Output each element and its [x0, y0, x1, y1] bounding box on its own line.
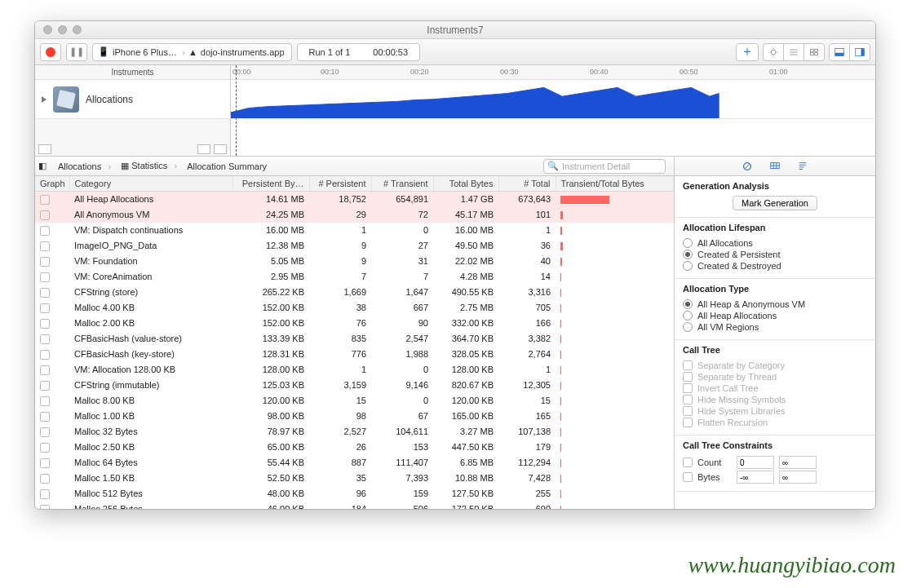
checkbox-icon[interactable]: [683, 458, 693, 467]
persistent-bytes-cell: 125.03 KB: [232, 378, 309, 393]
extended-detail-icon[interactable]: [796, 161, 809, 172]
column-header[interactable]: Total Bytes: [433, 176, 498, 192]
total-count-cell: 3,316: [498, 285, 556, 300]
graph-checkbox[interactable]: [40, 241, 50, 251]
persistent-bytes-cell: 133.39 KB: [232, 331, 309, 347]
disclosure-icon[interactable]: [42, 96, 46, 103]
display-settings-icon[interactable]: [768, 161, 781, 172]
column-header[interactable]: # Transient: [371, 176, 433, 192]
search-input[interactable]: 🔍 Instrument Detail: [543, 159, 666, 174]
run-info[interactable]: Run 1 of 1 00:00:53: [297, 43, 421, 61]
lifespan-radio[interactable]: All Allocations: [683, 237, 867, 249]
alloc-type-radio[interactable]: All Heap Allocations: [683, 310, 867, 321]
total-bytes-cell: 447.50 KB: [433, 440, 498, 455]
constraint-min-input[interactable]: [737, 471, 774, 484]
strategy-1-button[interactable]: [763, 43, 784, 61]
graph-checkbox[interactable]: [40, 427, 50, 437]
column-header[interactable]: # Total: [498, 176, 556, 192]
constraint-max-input[interactable]: [779, 471, 817, 484]
allocation-table[interactable]: GraphCategoryPersistent By…# Persistent#…: [35, 176, 675, 509]
column-header[interactable]: Persistent By…: [232, 176, 309, 192]
table-row[interactable]: Malloc 512 Bytes48.00 KB96159127.50 KB25…: [35, 486, 674, 502]
table-row[interactable]: CFString (store)265.22 KB1,6691,647490.5…: [35, 285, 674, 300]
table-row[interactable]: Malloc 64 Bytes55.44 KB887111,4076.85 MB…: [35, 455, 674, 471]
table-row[interactable]: CFString (immutable)125.03 KB3,1599,1468…: [35, 378, 674, 393]
table-row[interactable]: Malloc 1.00 KB98.00 KB9867165.00 KB165: [35, 409, 674, 424]
graph-checkbox[interactable]: [40, 303, 50, 313]
graph-checkbox[interactable]: [40, 474, 50, 484]
track-snap-icon[interactable]: [214, 144, 227, 154]
alloc-type-radio[interactable]: All Heap & Anonymous VM: [683, 298, 867, 310]
graph-checkbox[interactable]: [40, 319, 50, 329]
strategy-3-button[interactable]: [804, 43, 825, 61]
track-row-allocations[interactable]: Allocations: [35, 80, 230, 119]
table-row[interactable]: Malloc 1.50 KB52.50 KB357,39310.88 MB7,4…: [35, 471, 674, 486]
table-row[interactable]: Malloc 2.50 KB65.00 KB26153447.50 KB179: [35, 440, 674, 455]
graph-checkbox[interactable]: [40, 195, 50, 205]
graph-checkbox[interactable]: [40, 226, 50, 236]
graph-checkbox[interactable]: [40, 365, 50, 375]
table-row[interactable]: All Anonymous VM24.25 MB297245.17 MB101: [35, 207, 674, 223]
track-zoom-icon[interactable]: [38, 144, 51, 154]
total-bytes-cell: 22.02 MB: [433, 254, 498, 269]
table-row[interactable]: VM: CoreAnimation2.95 MB774.28 MB14: [35, 269, 674, 285]
column-header[interactable]: Category: [69, 176, 232, 192]
graph-checkbox[interactable]: [40, 257, 50, 267]
add-instrument-button[interactable]: ＋: [736, 43, 759, 61]
detail-breadcrumb: ◧ Allocations ▦ Statistics Allocation Su…: [35, 161, 275, 171]
table-row[interactable]: All Heap Allocations14.61 MB18,752654,89…: [35, 192, 674, 208]
graph-checkbox[interactable]: [40, 381, 50, 391]
table-row[interactable]: Malloc 256 Bytes46.00 KB184506172.50 KB6…: [35, 502, 674, 509]
generation-section: Generation Analysis Mark Generation: [675, 176, 875, 218]
column-header[interactable]: Transient/Total Bytes: [556, 176, 674, 192]
view-inspector-button[interactable]: [849, 43, 870, 61]
constraint-min-input[interactable]: [737, 456, 774, 469]
detail-summary[interactable]: Allocation Summary: [179, 161, 275, 171]
persistent-bytes-cell: 48.00 KB: [232, 486, 309, 502]
graph-checkbox[interactable]: [40, 350, 50, 360]
target-breadcrumb[interactable]: 📱iPhone 6 Plus… ▲dojo-instruments.app: [92, 43, 292, 61]
graph-checkbox[interactable]: [40, 396, 50, 406]
table-row[interactable]: VM: Foundation5.05 MB93122.02 MB40: [35, 254, 674, 269]
table-row[interactable]: Malloc 4.00 KB152.00 KB386672.75 MB705: [35, 300, 674, 316]
table-row[interactable]: CFBasicHash (key-store)128.31 KB7761,988…: [35, 347, 674, 362]
table-row[interactable]: Malloc 32 Bytes78.97 KB2,527104,6113.27 …: [35, 424, 674, 440]
graph-checkbox[interactable]: [40, 210, 50, 220]
playhead[interactable]: [236, 65, 237, 156]
constraint-max-input[interactable]: [779, 456, 817, 469]
alloc-type-radio[interactable]: All VM Regions: [683, 321, 867, 333]
category-cell: Malloc 1.00 KB: [69, 409, 232, 424]
lifespan-radio[interactable]: Created & Destroyed: [683, 260, 867, 272]
graph-checkbox[interactable]: [40, 334, 50, 344]
allocations-graph[interactable]: [231, 80, 875, 119]
view-detail-button[interactable]: [829, 43, 850, 61]
graph-checkbox[interactable]: [40, 272, 50, 282]
pause-button[interactable]: ❚❚: [66, 43, 87, 61]
graph-checkbox[interactable]: [40, 505, 50, 509]
table-row[interactable]: Malloc 2.00 KB152.00 KB7690332.00 KB166: [35, 316, 674, 331]
graph-checkbox[interactable]: [40, 288, 50, 298]
record-button[interactable]: [40, 43, 61, 61]
mark-generation-button[interactable]: Mark Generation: [733, 196, 817, 210]
detail-instrument[interactable]: Allocations: [50, 161, 109, 171]
checkbox-icon[interactable]: [683, 472, 693, 482]
graph-checkbox[interactable]: [40, 458, 50, 468]
column-header[interactable]: Graph: [35, 176, 69, 192]
table-row[interactable]: Malloc 8.00 KB120.00 KB150120.00 KB15: [35, 393, 674, 409]
graph-checkbox[interactable]: [40, 412, 50, 422]
track-graph[interactable]: 00:00 00:10 00:20 00:30 00:40 00:50 01:0…: [231, 65, 875, 156]
track-nosnap-icon[interactable]: [197, 144, 210, 154]
time-ruler[interactable]: 00:00 00:10 00:20 00:30 00:40 00:50 01:0…: [231, 65, 875, 80]
graph-checkbox[interactable]: [40, 443, 50, 453]
graph-checkbox[interactable]: [40, 489, 50, 499]
strategy-2-button[interactable]: [783, 43, 804, 61]
detail-view[interactable]: ▦ Statistics: [113, 161, 175, 171]
table-row[interactable]: VM: Dispatch continuations16.00 MB1016.0…: [35, 223, 674, 238]
table-row[interactable]: ImageIO_PNG_Data12.38 MB92749.50 MB36: [35, 238, 674, 254]
column-header[interactable]: # Persistent: [309, 176, 371, 192]
lifespan-radio[interactable]: Created & Persistent: [683, 249, 867, 260]
record-settings-icon[interactable]: [741, 161, 754, 172]
table-row[interactable]: VM: Allocation 128.00 KB128.00 KB10128.0…: [35, 362, 674, 378]
watermark: www.huangyibiao.com: [688, 552, 896, 578]
table-row[interactable]: CFBasicHash (value-store)133.39 KB8352,5…: [35, 331, 674, 347]
